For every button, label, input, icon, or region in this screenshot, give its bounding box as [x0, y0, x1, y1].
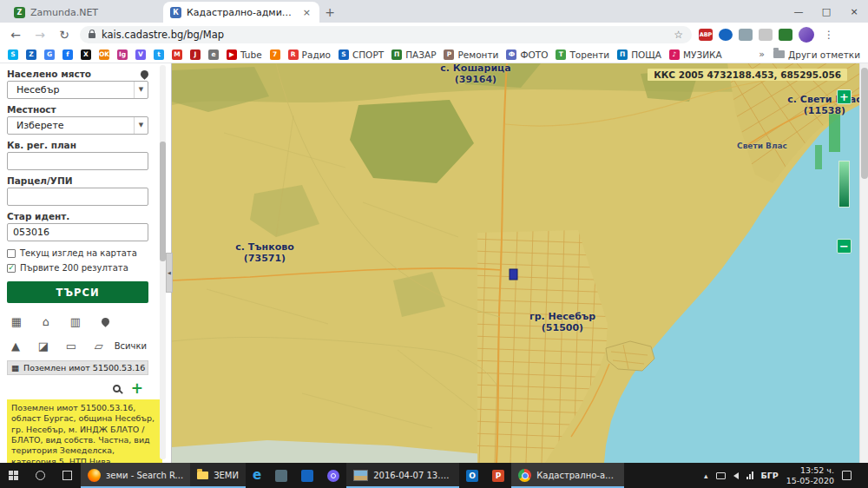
- bookmark[interactable]: t: [151, 49, 167, 61]
- youtube-icon: ▶: [227, 49, 237, 60]
- bookmark-radio[interactable]: R Радио: [286, 49, 333, 61]
- parcel-input[interactable]: [7, 188, 148, 206]
- window-scrollbar-thumb[interactable]: [861, 68, 868, 179]
- taskbar-app-explorer[interactable]: ЗЕМИ: [190, 463, 246, 488]
- bookmark[interactable]: G: [42, 49, 57, 61]
- bookmarks-overflow-icon[interactable]: »: [755, 49, 768, 60]
- action-center-icon[interactable]: [842, 471, 852, 480]
- zoom-out-button[interactable]: −: [837, 239, 852, 254]
- taskbar-app-photo-viewer[interactable]: 2016-04-07 13.4...: [346, 463, 459, 488]
- extensions-bar: ABP ⋮: [699, 27, 838, 43]
- house-icon[interactable]: ⌂: [38, 313, 54, 329]
- taskbar-clock[interactable]: 13:52 ч. 15-05-2020: [786, 465, 834, 486]
- window-close-button[interactable]: ×: [840, 0, 868, 23]
- taskbar-app-chrome[interactable]: Кадастрално-ад...: [511, 463, 624, 488]
- tab-close-icon[interactable]: ×: [301, 7, 312, 18]
- taskbar-app-outlook[interactable]: O: [459, 463, 485, 488]
- browser-toolbar: ← → ↻ kais.cadastre.bg/bg/Map ☆ ABP ⋮: [0, 23, 868, 46]
- url-text[interactable]: kais.cadastre.bg/bg/Map: [102, 29, 667, 41]
- taskbar-app-store[interactable]: [268, 463, 294, 488]
- reload-button[interactable]: ↻: [56, 26, 73, 43]
- cadastre-grid-icon[interactable]: ▦: [9, 313, 24, 329]
- bookmark[interactable]: Z: [23, 49, 39, 61]
- panel-scrollbar[interactable]: [160, 65, 166, 459]
- bookmark[interactable]: S: [5, 49, 21, 61]
- current-view-checkbox[interactable]: [7, 249, 16, 258]
- bookmark[interactable]: J: [187, 49, 203, 61]
- address-bar[interactable]: kais.cadastre.bg/bg/Map ☆: [80, 26, 692, 43]
- new-tab-button[interactable]: +: [319, 2, 340, 23]
- zoom-in-button[interactable]: +: [837, 89, 852, 104]
- block-icon[interactable]: ◪: [36, 338, 50, 353]
- task-view-button[interactable]: [54, 463, 81, 488]
- settlement-value: Несебър: [8, 84, 134, 96]
- panel-collapse-handle[interactable]: ◀: [166, 253, 173, 293]
- bookmark[interactable]: f: [60, 49, 76, 61]
- bookmark-pazar[interactable]: П ПАЗАР: [389, 49, 438, 61]
- search-button[interactable]: ТЪРСИ: [7, 281, 148, 303]
- extension-icon[interactable]: [739, 29, 753, 41]
- search-button-taskbar[interactable]: [27, 463, 54, 488]
- bookmark-sport[interactable]: S СПОРТ: [336, 49, 386, 61]
- extension-icon[interactable]: [759, 29, 773, 41]
- bookmark[interactable]: M: [169, 49, 185, 61]
- display-tray-icon[interactable]: [716, 472, 726, 479]
- tab-zamunda[interactable]: Z Zamunda.NET: [7, 2, 163, 23]
- language-indicator[interactable]: БГР: [761, 471, 779, 480]
- browser-menu-icon[interactable]: ⋮: [820, 29, 838, 41]
- settlement-select[interactable]: Несебър ▼: [7, 81, 148, 99]
- other-bookmarks-button[interactable]: Други отметки: [771, 49, 863, 61]
- window-minimize-button[interactable]: —: [785, 0, 812, 23]
- first-200-checkbox[interactable]: ✓: [7, 264, 16, 273]
- zoom-slider[interactable]: [838, 161, 850, 208]
- start-button[interactable]: [0, 463, 27, 488]
- panel-scrollbar-thumb[interactable]: [160, 142, 166, 261]
- bookmark-remonti[interactable]: Р Ремонти: [441, 49, 501, 61]
- network-tray-icon[interactable]: [746, 472, 753, 479]
- taskbar-app-viber[interactable]: [320, 463, 346, 488]
- bookmark-torrents[interactable]: Т Торенти: [553, 49, 612, 61]
- tray-expand-icon[interactable]: ▴: [704, 472, 708, 480]
- bookmark[interactable]: e: [206, 49, 221, 61]
- bookmark-tube[interactable]: ▶ Tube: [224, 49, 265, 61]
- pin-icon[interactable]: [97, 313, 113, 329]
- extension-icon[interactable]: [719, 29, 733, 41]
- add-result-icon[interactable]: +: [131, 381, 143, 396]
- window-scrollbar[interactable]: [859, 63, 868, 463]
- bookmark[interactable]: 7: [267, 49, 283, 61]
- building-icon[interactable]: ▥: [68, 313, 83, 329]
- all-filters-label[interactable]: Всички: [115, 341, 147, 351]
- zoom-to-result-icon[interactable]: [113, 385, 121, 392]
- bookmark-foto[interactable]: Ф ФОТО: [503, 49, 550, 61]
- taskbar-app-powerpoint[interactable]: P: [485, 463, 511, 488]
- ruler-icon[interactable]: ▭: [64, 338, 78, 353]
- adblock-extension-icon[interactable]: ABP: [699, 29, 713, 41]
- bookmark-star-icon[interactable]: ☆: [674, 29, 683, 41]
- taskbar-app-edge[interactable]: e: [246, 463, 268, 488]
- locality-select[interactable]: Изберете ▼: [7, 116, 148, 135]
- bookmark[interactable]: OK: [96, 49, 112, 61]
- bookmark[interactable]: V: [133, 49, 148, 61]
- taskbar: земи - Search R... ЗЕМИ e 2016-04-07 13.…: [0, 463, 868, 488]
- tab-kais-map[interactable]: К Кадастрално-административна ×: [163, 2, 319, 23]
- old-ident-input[interactable]: [7, 223, 148, 241]
- location-pin-icon[interactable]: [139, 69, 150, 80]
- vegetation-icon[interactable]: ▲: [9, 338, 23, 353]
- x-icon: X: [81, 49, 91, 60]
- result-list-item[interactable]: ▦ Поземлен имот 51500.53.16 гр. Не: [7, 360, 148, 375]
- bookmark[interactable]: X: [78, 49, 94, 61]
- back-button[interactable]: ←: [7, 26, 24, 43]
- taskbar-app-firefox[interactable]: земи - Search R...: [81, 463, 190, 488]
- bookmark-muzika[interactable]: ♪ МУЗИКА: [667, 49, 725, 61]
- map-area[interactable]: ККС 2005 4732188.453, 685295.056 с. Коша…: [172, 63, 859, 463]
- polygon-icon[interactable]: ▱: [92, 338, 106, 353]
- window-maximize-button[interactable]: □: [812, 0, 840, 23]
- taskbar-app-photos[interactable]: [294, 463, 320, 488]
- bookmark[interactable]: Ig: [115, 49, 130, 61]
- profile-avatar[interactable]: [799, 27, 814, 43]
- bookmark-poshta[interactable]: П ПОЩА: [615, 49, 664, 61]
- reg-plan-input[interactable]: [7, 152, 148, 170]
- forward-button[interactable]: →: [31, 26, 49, 43]
- extension-icon[interactable]: [779, 29, 792, 41]
- volume-tray-icon[interactable]: [733, 472, 739, 479]
